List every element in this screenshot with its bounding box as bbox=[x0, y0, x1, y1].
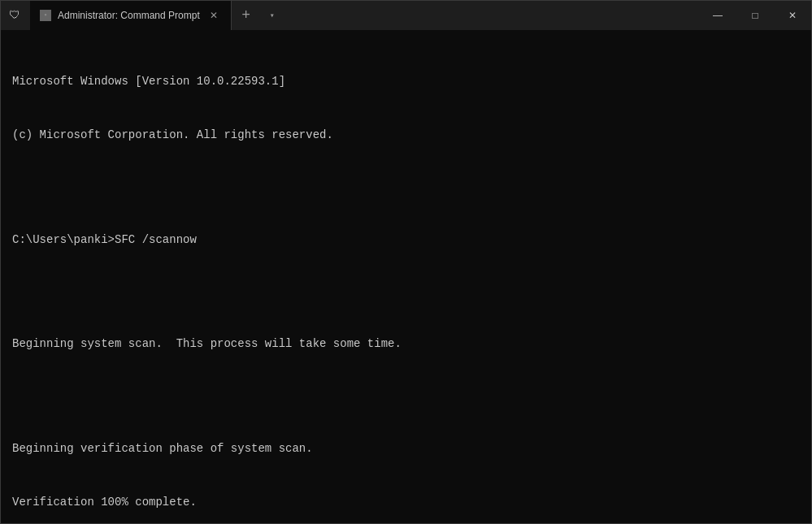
minimize-button[interactable]: — bbox=[699, 1, 736, 30]
tab-dropdown-button[interactable]: ▾ bbox=[261, 1, 284, 30]
line-8: Beginning verification phase of system s… bbox=[12, 440, 800, 457]
spacer-1 bbox=[12, 180, 800, 197]
shield-icon: 🛡 bbox=[9, 9, 22, 22]
terminal-content[interactable]: Microsoft Windows [Version 10.0.22593.1]… bbox=[1, 30, 811, 523]
line-9: Verification 100% complete. bbox=[12, 493, 800, 511]
tab-close-button[interactable]: ✕ bbox=[206, 8, 221, 23]
titlebar: 🛡 ▪ Administrator: Command Prompt ✕ + ▾ … bbox=[1, 1, 811, 30]
line-4: C:\Users\panki>SFC /scannow bbox=[12, 231, 800, 249]
line-6: Beginning system scan. This process will… bbox=[12, 335, 800, 353]
spacer-3 bbox=[12, 389, 800, 405]
tab-area: ▪ Administrator: Command Prompt ✕ + ▾ bbox=[30, 1, 365, 30]
new-tab-button[interactable]: + bbox=[232, 1, 261, 30]
close-button[interactable]: ✕ bbox=[774, 1, 811, 30]
line-1: Microsoft Windows [Version 10.0.22593.1] bbox=[12, 72, 800, 90]
terminal-output: Microsoft Windows [Version 10.0.22593.1]… bbox=[12, 38, 800, 523]
window-controls: — □ ✕ bbox=[699, 1, 811, 30]
active-tab[interactable]: ▪ Administrator: Command Prompt ✕ bbox=[30, 1, 232, 30]
cmd-icon: ▪ bbox=[40, 10, 51, 21]
maximize-button[interactable]: □ bbox=[736, 1, 774, 30]
spacer-2 bbox=[12, 284, 800, 301]
line-2: (c) Microsoft Corporation. All rights re… bbox=[12, 126, 800, 144]
tab-title: Administrator: Command Prompt bbox=[58, 10, 200, 21]
titlebar-left: 🛡 bbox=[1, 9, 30, 22]
window: 🛡 ▪ Administrator: Command Prompt ✕ + ▾ … bbox=[0, 0, 812, 524]
